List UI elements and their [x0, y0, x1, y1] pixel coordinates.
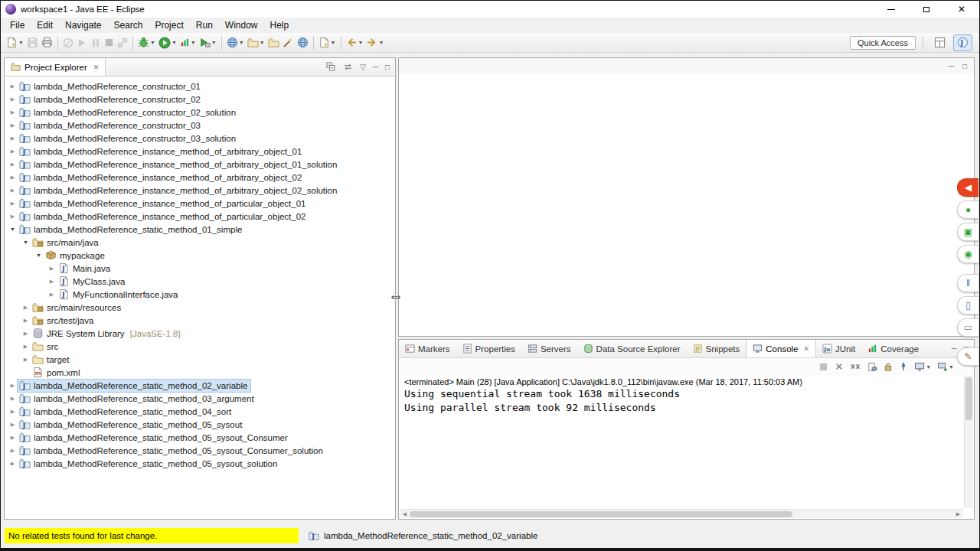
clear-console-button[interactable] — [867, 362, 877, 372]
scrollbar-thumb[interactable] — [410, 511, 792, 517]
expand-arrow-icon[interactable]: ▶ — [8, 109, 18, 116]
overlay-record-button[interactable]: ◉ — [957, 245, 978, 263]
expand-arrow-icon[interactable]: ▶ — [47, 266, 57, 272]
tree-item[interactable]: ▶Jlambda_MethodReference_static_method_0… — [5, 457, 395, 470]
tree-item[interactable]: ▶Jlambda_MethodReference_instance_method… — [5, 145, 395, 158]
console-minimize-button[interactable]: ─ — [952, 344, 957, 353]
editor-maximize-button[interactable]: □ — [962, 62, 967, 70]
tree-item[interactable]: ▼Jlambda_MethodReference_static_method_0… — [5, 223, 395, 236]
tab-junit[interactable]: JuJUnit — [816, 340, 861, 357]
toolbar-disconnect-button[interactable] — [116, 34, 129, 51]
menu-project[interactable]: Project — [149, 18, 189, 32]
overlay-pause-button[interactable]: ‖ — [957, 274, 978, 292]
close-icon[interactable]: ✕ — [804, 345, 810, 353]
open-console-button[interactable]: ▼ — [937, 362, 954, 372]
menu-run[interactable]: Run — [190, 18, 219, 32]
toolbar-resume-button[interactable] — [75, 34, 89, 51]
tree-item[interactable]: ▶JMain.java — [5, 262, 395, 275]
tree-item[interactable]: ▶Jlambda_MethodReference_instance_method… — [5, 184, 395, 197]
tab-properties[interactable]: Properties — [456, 340, 521, 357]
tab-servers[interactable]: Servers — [521, 340, 577, 357]
dropdown-arrow-icon[interactable]: ▼ — [378, 40, 384, 45]
dropdown-arrow-icon[interactable]: ▼ — [211, 40, 217, 45]
tree-item[interactable]: ▶Jlambda_MethodReference_static_method_0… — [5, 379, 395, 392]
expand-arrow-icon[interactable]: ▶ — [21, 344, 31, 350]
expand-arrow-icon[interactable]: ▶ — [8, 396, 18, 402]
view-menu-button[interactable]: ▽ — [360, 63, 366, 71]
overlay-mobile-button[interactable]: ▯ — [957, 296, 978, 315]
tree-item[interactable]: ▶JRE System Library [JavaSE-1.8] — [5, 327, 395, 340]
tree-item[interactable]: ▶Jlambda_MethodReference_instance_method… — [5, 210, 395, 223]
window-minimize-button[interactable] — [874, 1, 909, 18]
tab-coverage[interactable]: Coverage — [861, 340, 925, 357]
expand-arrow-icon[interactable]: ▶ — [8, 161, 18, 168]
dropdown-arrow-icon[interactable]: ▼ — [150, 40, 155, 45]
expand-arrow-icon[interactable]: ▶ — [8, 174, 18, 181]
scroll-right-icon[interactable]: ▶ — [953, 511, 963, 517]
tree-item[interactable]: ▶Jlambda_MethodReference_instance_method… — [5, 171, 395, 184]
toolbar-run-button[interactable]: ▼ — [157, 34, 178, 51]
tree-item[interactable]: ▶JMyClass.java — [5, 275, 395, 288]
tree-item[interactable]: ▶Jlambda_MethodReference_static_method_0… — [5, 392, 395, 405]
display-selected-console-button[interactable]: ▼ — [914, 362, 931, 372]
tree-item[interactable]: ▶Jlambda_MethodReference_static_method_0… — [5, 405, 395, 418]
expand-arrow-icon[interactable]: ▶ — [8, 435, 18, 441]
expand-arrow-icon[interactable]: ▶ — [8, 201, 18, 207]
scrollbar-thumb[interactable] — [965, 377, 972, 420]
quick-access-button[interactable]: Quick Access — [850, 36, 916, 50]
tree-item[interactable]: ▶Jlambda_MethodReference_constructor_02_… — [5, 106, 395, 119]
tab-console[interactable]: Console✕ — [746, 340, 816, 357]
expand-arrow-icon[interactable]: ▶ — [8, 448, 18, 454]
expand-arrow-icon[interactable]: ▶ — [8, 422, 18, 428]
toolbar-open-resource-button[interactable] — [266, 34, 281, 51]
menu-navigate[interactable]: Navigate — [59, 18, 107, 32]
dropdown-arrow-icon[interactable]: ▼ — [331, 40, 336, 45]
toolbar-web-browser-button[interactable]: ▼ — [225, 34, 246, 51]
tab-markers[interactable]: Markers — [399, 340, 456, 357]
expand-arrow-icon[interactable]: ▶ — [8, 122, 18, 129]
expand-arrow-icon[interactable]: ▶ — [8, 96, 18, 103]
dropdown-arrow-icon[interactable]: ▼ — [239, 40, 244, 45]
toolbar-magic-wand-button[interactable] — [281, 34, 296, 51]
toolbar-open-wizard-button[interactable]: ▼ — [246, 34, 266, 51]
tree-item[interactable]: ▶Jlambda_MethodReference_instance_method… — [5, 158, 395, 171]
tree-item[interactable]: ▶Jlambda_MethodReference_static_method_0… — [5, 444, 395, 457]
terminate-button[interactable] — [818, 362, 828, 372]
collapse-arrow-icon[interactable]: ▼ — [34, 253, 44, 258]
tree-item[interactable]: mpom.xml — [5, 366, 395, 379]
expand-arrow-icon[interactable]: ▶ — [8, 461, 18, 467]
expand-arrow-icon[interactable]: ▶ — [8, 409, 18, 415]
expand-arrow-icon[interactable]: ▶ — [8, 148, 18, 155]
menu-file[interactable]: File — [4, 18, 31, 32]
dropdown-arrow-icon[interactable]: ▼ — [358, 40, 364, 45]
console-vertical-scrollbar[interactable] — [964, 376, 973, 508]
menu-window[interactable]: Window — [219, 18, 264, 32]
toolbar-debug-button[interactable]: ▼ — [136, 34, 157, 51]
overlay-plugin-button[interactable]: ● — [957, 201, 978, 219]
expand-arrow-icon[interactable]: ▶ — [21, 357, 31, 363]
dropdown-arrow-icon[interactable]: ▼ — [191, 40, 196, 45]
toolbar-coverage-button[interactable]: ▼ — [178, 34, 198, 51]
collapse-arrow-icon[interactable]: ▼ — [21, 240, 31, 245]
tree-item[interactable]: ▶Jlambda_MethodReference_instance_method… — [5, 197, 395, 210]
expand-arrow-icon[interactable]: ▶ — [47, 292, 57, 298]
menu-search[interactable]: Search — [107, 18, 149, 32]
menu-help[interactable]: Help — [264, 18, 296, 32]
tree-item[interactable]: ▶Jlambda_MethodReference_constructor_01 — [5, 80, 395, 93]
tree-item[interactable]: ▶Jlambda_MethodReference_constructor_03 — [5, 119, 395, 132]
expand-arrow-icon[interactable]: ▶ — [8, 187, 18, 194]
editor-minimize-button[interactable]: ─ — [949, 62, 954, 70]
tree-item[interactable]: ▶Jlambda_MethodReference_constructor_03_… — [5, 132, 395, 145]
toolbar-save-button[interactable] — [25, 34, 40, 51]
tree-item[interactable]: ▼mypackage — [5, 249, 395, 262]
tab-project-explorer[interactable]: Project Explorer ✕ — [5, 58, 106, 76]
tree-item[interactable]: ▶target — [5, 353, 395, 366]
toolbar-internal-browser-button[interactable] — [296, 34, 310, 51]
tree-item[interactable]: ▶Jlambda_MethodReference_static_method_0… — [5, 431, 395, 444]
expand-arrow-icon[interactable]: ▶ — [47, 279, 57, 285]
dropdown-arrow-icon[interactable]: ▼ — [172, 40, 177, 45]
tree-item[interactable]: ▶src/main/resources — [5, 301, 395, 314]
tab-data-source-explorer[interactable]: Data Source Explorer — [577, 340, 687, 357]
toolbar-print-button[interactable] — [40, 34, 54, 51]
remove-launch-button[interactable] — [835, 362, 844, 371]
